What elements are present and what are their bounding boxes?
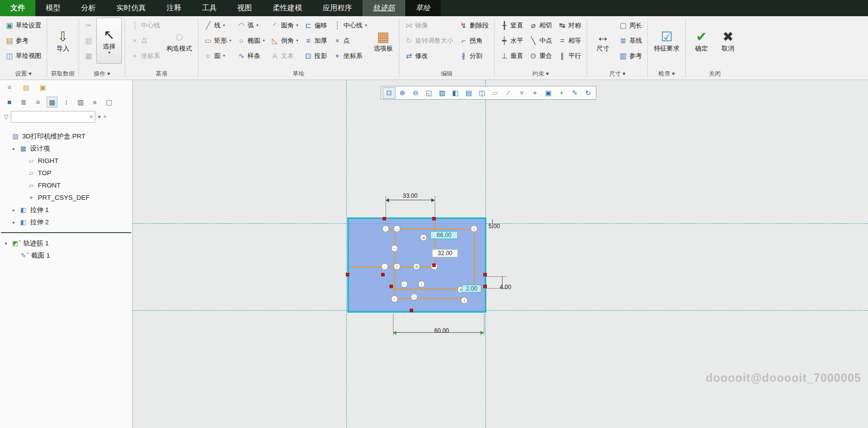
constraint-badge[interactable]: ∣ <box>393 263 400 270</box>
vertex-marker[interactable] <box>381 273 385 276</box>
tree-item-plane-top[interactable]: ▱TOP <box>0 167 132 179</box>
button-palette[interactable]: ▦选项板 <box>370 18 396 64</box>
button-ellipse[interactable]: ○椭圆▾ <box>235 33 267 48</box>
view-button-repaint[interactable]: ▨ <box>436 87 448 99</box>
group-label-dimension[interactable]: 尺寸 ▾ <box>587 69 647 80</box>
expand-arrow-icon[interactable]: ▸ <box>11 208 17 213</box>
button-dimension[interactable]: ↔尺寸 <box>590 18 616 64</box>
button-ok[interactable]: ✔确定 <box>689 18 714 64</box>
vertex-marker[interactable] <box>383 217 386 220</box>
button-rectangle[interactable]: ▭矩形▾ <box>201 33 234 48</box>
button-coincident[interactable]: ⊙重合 <box>527 48 555 63</box>
tree-item-plane-front[interactable]: ▱FRONT <box>0 179 132 191</box>
constraint-badge[interactable]: ↔ <box>393 225 400 232</box>
tool-button-list-columns[interactable]: ▦ <box>47 97 57 107</box>
tree-item-section-1[interactable]: ✎*截面 1 <box>0 249 132 262</box>
view-button-display-style[interactable]: ◧ <box>449 87 462 99</box>
button-delete-segment[interactable]: ↯删除段 <box>457 18 491 33</box>
tool-button-layer-tree[interactable]: ▤ <box>21 82 31 93</box>
group-label-inspect[interactable]: 检查 ▾ <box>648 69 685 80</box>
vertex-marker[interactable] <box>483 285 487 288</box>
tab-live-sim[interactable]: 实时仿真 <box>106 0 156 16</box>
constraint-badge[interactable]: − <box>391 245 398 252</box>
button-chamfer[interactable]: ◺倒角▾ <box>268 33 301 48</box>
vertex-marker[interactable] <box>432 217 436 220</box>
tool-button-list-detail[interactable]: ≡ <box>32 97 43 107</box>
expand-arrow-icon[interactable]: ▸ <box>11 146 17 151</box>
tool-button-tree-options[interactable]: ≡ <box>4 82 15 93</box>
button-cancel[interactable]: ✖取消 <box>715 18 741 64</box>
button-divide[interactable]: ∦分割 <box>457 48 491 63</box>
button-tangent[interactable]: ⌀相切 <box>527 18 555 33</box>
tab-model[interactable]: 模型 <box>35 0 71 16</box>
clear-search-icon[interactable]: × <box>89 113 93 120</box>
button-perpendicular[interactable]: ⊥垂直 <box>498 48 526 63</box>
view-button-view-manager[interactable]: ◫ <box>476 87 488 99</box>
tree-item-extrude-2[interactable]: ▸◧拉伸 2 <box>0 216 132 228</box>
view-button-refit[interactable]: ◱ <box>422 87 435 99</box>
button-midpoint[interactable]: ╲中点 <box>527 33 555 48</box>
constraint-badge[interactable]: ↔ <box>401 281 408 288</box>
view-button-datum-plane-display[interactable]: ▱ <box>489 87 502 99</box>
button-construction-mode[interactable]: ◌构造模式 <box>164 18 195 64</box>
button-thicken[interactable]: ≡加厚 <box>302 33 330 48</box>
button-horizontal[interactable]: ┿水平 <box>498 33 526 48</box>
button-references[interactable]: ▤参考 <box>3 33 44 48</box>
tree-item-design-items[interactable]: ▸▦设计项 <box>0 142 132 155</box>
button-line[interactable]: ╱线▾ <box>201 18 234 33</box>
constraint-badge[interactable]: ⊘ <box>413 263 420 270</box>
tab-trajectory-rib[interactable]: 轨迹筋 <box>363 0 405 16</box>
button-arc[interactable]: ◠弧▾ <box>235 18 267 33</box>
button-feature-requirements[interactable]: ☑特征要求 <box>651 18 682 64</box>
collapse-arrow-icon[interactable]: ▾ <box>3 241 9 246</box>
view-button-datum-point-display[interactable]: × <box>515 87 528 99</box>
tool-button-model-select[interactable]: ■ <box>4 97 15 107</box>
button-sketch-view[interactable]: ◫草绘视图 <box>3 48 44 63</box>
button-offset[interactable]: ⊏偏移 <box>302 18 330 33</box>
button-import[interactable]: ⇩导入 <box>50 18 76 64</box>
button-modify[interactable]: ⇄修改 <box>402 48 456 63</box>
search-input[interactable] <box>13 113 89 121</box>
tab-annotate[interactable]: 注释 <box>156 0 192 16</box>
constraint-badge[interactable]: ∣ <box>461 297 468 304</box>
button-select[interactable]: ↖选择▼ <box>96 18 122 64</box>
button-perimeter[interactable]: ▢周长 <box>616 18 644 33</box>
tab-sketch[interactable]: 草绘 <box>405 0 441 16</box>
search-dropdown-icon[interactable]: ▾ <box>98 113 101 120</box>
tree-item-trajectory-rib-1[interactable]: ▾◩*轨迹筋 1 <box>0 237 132 249</box>
vertex-marker[interactable] <box>346 273 349 276</box>
tool-button-tree-filters[interactable]: ▣ <box>37 82 48 93</box>
vertex-marker[interactable] <box>483 273 487 276</box>
vertex-marker[interactable] <box>432 264 436 267</box>
tree-item-extrude-1[interactable]: ▸◧拉伸 1 <box>0 204 132 216</box>
constraint-badge[interactable]: − <box>382 225 389 232</box>
view-button-zoom-out[interactable]: ⊖ <box>409 87 422 99</box>
button-centerline[interactable]: ┆中心线▾ <box>331 18 369 33</box>
sketch-line[interactable] <box>393 298 464 299</box>
tool-button-sort[interactable]: ↕ <box>61 97 72 107</box>
tab-applications[interactable]: 应用程序 <box>312 0 363 16</box>
tab-analysis[interactable]: 分析 <box>71 0 106 16</box>
constraint-badge[interactable]: ⊘ <box>420 234 427 241</box>
vertex-marker[interactable] <box>410 309 413 312</box>
dimension-dim-right-4[interactable]: 4.00 <box>495 284 516 291</box>
tree-item-plane-right[interactable]: ▱RIGHT <box>0 155 132 167</box>
tab-tools[interactable]: 工具 <box>192 0 227 16</box>
button-fillet[interactable]: ◜圆角▾ <box>268 18 301 33</box>
view-button-csys-display[interactable]: ⌖ <box>529 87 541 99</box>
sketch-line[interactable] <box>435 219 436 267</box>
constraint-badge[interactable]: ∣ <box>471 225 477 232</box>
dimension-dim-right-top[interactable]: 5.00 <box>484 223 504 230</box>
view-button-zoom-in[interactable]: ⊕ <box>396 87 409 99</box>
dimension-dim-height-32[interactable]: 32.00 <box>432 249 458 257</box>
filter-icon[interactable]: ▽ <box>4 113 8 120</box>
view-button-annotation-display[interactable]: ▣ <box>542 87 555 99</box>
tool-button-expand-toolbar[interactable]: » <box>89 97 100 107</box>
tree-item-part-root[interactable]: ▧3D打印机维护盒.PRT <box>0 130 132 142</box>
tab-view[interactable]: 视图 <box>227 0 262 16</box>
vertex-marker[interactable] <box>390 285 393 288</box>
sketch-line[interactable] <box>474 229 475 289</box>
view-button-zoom-window[interactable]: ⊡ <box>383 87 395 99</box>
expand-arrow-icon[interactable]: ▸ <box>11 220 17 225</box>
tree-item-csys-def[interactable]: ⌖PRT_CSYS_DEF <box>0 191 132 204</box>
